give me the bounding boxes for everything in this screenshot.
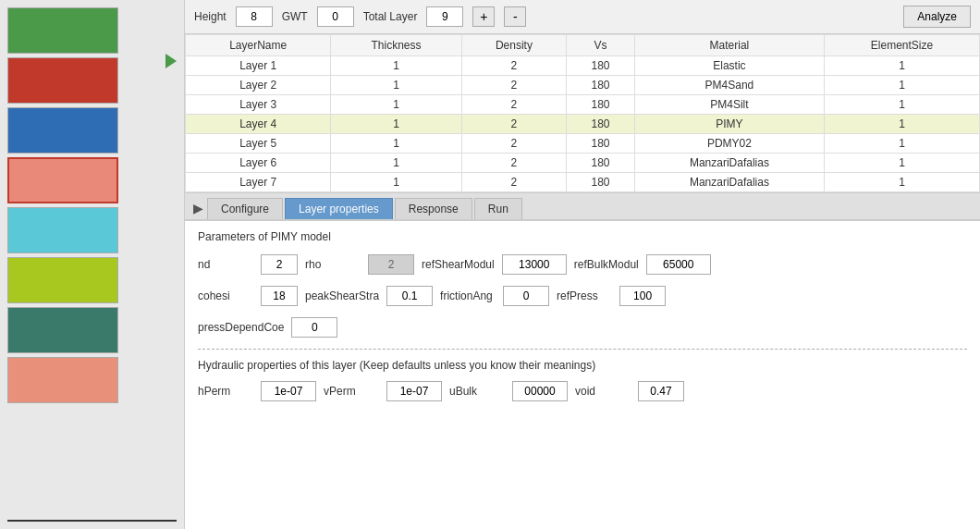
tab-scroll-left[interactable]: ▶ bbox=[190, 197, 205, 219]
height-input[interactable] bbox=[236, 6, 273, 27]
left-panel bbox=[0, 0, 185, 529]
hydraulic-title: Hydraulic properties of this layer (Keep… bbox=[198, 359, 967, 372]
total-layer-input[interactable] bbox=[426, 6, 463, 27]
table-body: Layer 112180Elastic1Layer 212180PM4Sand1… bbox=[186, 56, 980, 192]
ref-bulk-modul-label: refBulkModul bbox=[574, 258, 639, 271]
params-row-3: pressDependCoe bbox=[198, 317, 967, 338]
vperm-label: vPerm bbox=[324, 385, 379, 398]
col-header-element-size: ElementSize bbox=[825, 35, 980, 56]
total-layer-label: Total Layer bbox=[363, 10, 418, 23]
table-header-row: LayerName Thickness Density Vs Material … bbox=[186, 35, 980, 56]
swatch-layer-7[interactable] bbox=[7, 307, 118, 353]
vperm-input[interactable] bbox=[386, 381, 442, 401]
swatch-layer-5[interactable] bbox=[7, 207, 118, 253]
nd-label: nd bbox=[198, 258, 253, 271]
hperm-input[interactable] bbox=[261, 381, 316, 401]
swatch-layer-8[interactable] bbox=[7, 357, 118, 403]
divider bbox=[198, 349, 967, 350]
table-row[interactable]: Layer 712180ManzariDafalias1 bbox=[186, 173, 980, 192]
swatch-layer-2[interactable] bbox=[7, 57, 118, 104]
swatch-layer-6[interactable] bbox=[7, 257, 118, 303]
col-header-vs: Vs bbox=[567, 35, 635, 56]
table-row[interactable]: Layer 512180PDMY021 bbox=[186, 134, 980, 154]
cohesi-label: cohesi bbox=[198, 289, 253, 302]
hperm-label: hPerm bbox=[198, 385, 253, 398]
col-header-material: Material bbox=[634, 35, 824, 56]
ref-shear-modul-input[interactable] bbox=[502, 254, 567, 275]
table-row[interactable]: Layer 212180PM4Sand1 bbox=[186, 76, 980, 95]
col-header-thickness: Thickness bbox=[331, 35, 461, 56]
void-input[interactable] bbox=[638, 381, 684, 401]
peak-shear-stra-label: peakShearStra bbox=[305, 289, 379, 302]
rho-input[interactable] bbox=[368, 254, 414, 275]
table-row[interactable]: Layer 312180PM4Silt1 bbox=[186, 95, 980, 115]
tabs-bar: ▶ Configure Layer properties Response Ru… bbox=[185, 193, 980, 221]
void-label: void bbox=[575, 385, 631, 398]
ref-press-label: refPress bbox=[557, 289, 612, 302]
peak-shear-stra-input[interactable] bbox=[386, 286, 433, 306]
swatch-layer-4[interactable] bbox=[7, 157, 118, 203]
properties-panel: Parameters of PIMY model nd rho refShear… bbox=[185, 221, 980, 529]
hydraulic-row: hPerm vPerm uBulk void bbox=[198, 381, 967, 401]
tab-layer-properties[interactable]: Layer properties bbox=[285, 198, 393, 219]
swatch-layer-3[interactable] bbox=[7, 107, 118, 154]
ref-bulk-modul-input[interactable] bbox=[646, 254, 711, 275]
col-header-name: LayerName bbox=[186, 35, 331, 56]
tab-run[interactable]: Run bbox=[474, 198, 522, 219]
params-row-2: cohesi peakShearStra frictionAng refPres… bbox=[198, 286, 967, 306]
layer-table: LayerName Thickness Density Vs Material … bbox=[185, 34, 980, 192]
ref-press-input[interactable] bbox=[619, 286, 666, 306]
tab-configure[interactable]: Configure bbox=[207, 198, 283, 219]
params-row-1: nd rho refShearModul refBulkModul bbox=[198, 254, 967, 275]
press-depend-coe-input[interactable] bbox=[291, 317, 337, 338]
bottom-line bbox=[7, 520, 177, 522]
table-row[interactable]: Layer 112180Elastic1 bbox=[186, 56, 980, 76]
friction-ang-input[interactable] bbox=[503, 286, 549, 306]
arrow-indicator bbox=[165, 54, 177, 68]
nd-input[interactable] bbox=[261, 254, 298, 275]
col-header-density: Density bbox=[461, 35, 566, 56]
swatch-layer-1[interactable] bbox=[7, 7, 118, 54]
press-depend-coe-label: pressDependCoe bbox=[198, 321, 284, 334]
tab-response[interactable]: Response bbox=[395, 198, 472, 219]
table-row[interactable]: Layer 612180ManzariDafalias1 bbox=[186, 154, 980, 173]
add-layer-button[interactable]: + bbox=[472, 6, 495, 27]
gwt-input[interactable] bbox=[317, 6, 354, 27]
height-label: Height bbox=[194, 10, 227, 23]
toolbar: Height GWT Total Layer + - Analyze bbox=[185, 0, 980, 34]
rho-label: rho bbox=[305, 258, 361, 271]
ref-shear-modul-label: refShearModul bbox=[422, 258, 495, 271]
gwt-label: GWT bbox=[282, 10, 308, 23]
layer-table-container: LayerName Thickness Density Vs Material … bbox=[185, 34, 980, 193]
friction-ang-label: frictionAng bbox=[440, 289, 496, 302]
cohesi-input[interactable] bbox=[261, 286, 298, 306]
ubulk-input[interactable] bbox=[512, 381, 568, 401]
ubulk-label: uBulk bbox=[449, 385, 505, 398]
right-panel: Height GWT Total Layer + - Analyze Layer… bbox=[185, 0, 980, 529]
section-title: Parameters of PIMY model bbox=[198, 230, 967, 243]
remove-layer-button[interactable]: - bbox=[504, 6, 526, 27]
table-row[interactable]: Layer 412180PIMY1 bbox=[186, 115, 980, 134]
analyze-button[interactable]: Analyze bbox=[903, 6, 971, 28]
